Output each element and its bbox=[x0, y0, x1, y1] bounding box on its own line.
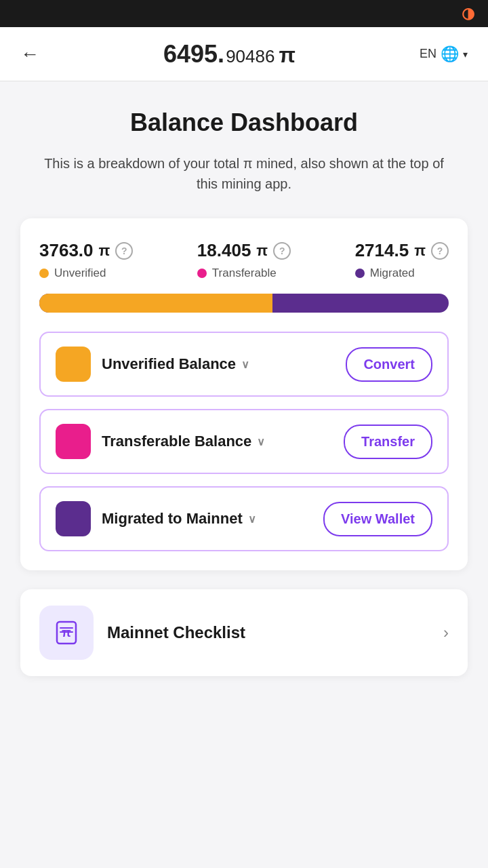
unverified-balance-section: Unverified Balance ∨ Convert bbox=[39, 332, 449, 397]
stat-unverified-info[interactable]: ? bbox=[115, 242, 133, 260]
stat-unverified-pi: π bbox=[99, 242, 110, 260]
stat-migrated-amount: 2714.5 bbox=[355, 240, 409, 261]
stat-unverified: 3763.0 π ? Unverified bbox=[39, 240, 133, 280]
language-selector[interactable]: EN 🌐 ▾ bbox=[420, 45, 468, 63]
transferable-balance-section: Transferable Balance ∨ Transfer bbox=[39, 409, 449, 474]
stat-migrated-label: Migrated bbox=[370, 267, 415, 280]
migrated-chevron-icon: ∨ bbox=[248, 513, 256, 526]
mainnet-checklist-card[interactable]: π Mainnet Checklist › bbox=[20, 589, 468, 676]
dot-unverified bbox=[39, 269, 49, 278]
stat-migrated-info[interactable]: ? bbox=[431, 242, 449, 260]
progress-unverified-fill bbox=[39, 294, 272, 313]
stat-transferable-pi: π bbox=[256, 242, 268, 260]
balance-decimal: 90486 bbox=[226, 46, 274, 67]
pi-symbol-header: π bbox=[279, 43, 296, 68]
checklist-label: Mainnet Checklist bbox=[107, 623, 430, 642]
dot-transferable bbox=[197, 269, 207, 278]
stat-transferable: 18.405 π ? Transferable bbox=[197, 240, 291, 280]
progress-bar bbox=[39, 294, 449, 313]
unverified-chevron-icon: ∨ bbox=[241, 358, 249, 371]
view-wallet-button[interactable]: View Wallet bbox=[323, 502, 432, 536]
migrated-balance-section: Migrated to Mainnet ∨ View Wallet bbox=[39, 486, 449, 551]
migrated-section-left: Migrated to Mainnet ∨ bbox=[56, 501, 256, 536]
dot-migrated bbox=[355, 269, 365, 278]
lang-chevron-icon: ▾ bbox=[463, 49, 468, 60]
stat-unverified-label: Unverified bbox=[54, 267, 106, 280]
header-balance: 6495.90486 π bbox=[163, 40, 296, 68]
balance-stats-row: 3763.0 π ? Unverified 18.405 π ? bbox=[39, 240, 449, 280]
transferable-section-icon bbox=[56, 424, 91, 459]
stat-migrated: 2714.5 π ? Migrated bbox=[355, 240, 449, 280]
main-content: Balance Dashboard This is a breakdown of… bbox=[0, 81, 488, 696]
unverified-section-left: Unverified Balance ∨ bbox=[56, 347, 249, 382]
transfer-button[interactable]: Transfer bbox=[344, 425, 432, 459]
dashboard-card: 3763.0 π ? Unverified 18.405 π ? bbox=[20, 218, 468, 570]
checklist-icon-wrap: π bbox=[39, 606, 94, 660]
stat-transferable-info[interactable]: ? bbox=[273, 242, 291, 260]
convert-button[interactable]: Convert bbox=[346, 347, 432, 382]
checklist-chevron-icon: › bbox=[443, 623, 449, 642]
status-icon: ◑ bbox=[462, 5, 474, 22]
stat-unverified-amount: 3763.0 bbox=[39, 240, 94, 261]
back-button[interactable]: ← bbox=[20, 43, 39, 65]
stat-transferable-amount: 18.405 bbox=[197, 240, 251, 261]
transferable-section-title: Transferable Balance ∨ bbox=[102, 433, 265, 450]
migrated-section-icon bbox=[56, 501, 91, 536]
unverified-section-icon bbox=[56, 347, 91, 382]
migrated-section-title: Migrated to Mainnet ∨ bbox=[102, 510, 256, 528]
lang-code: EN bbox=[420, 47, 436, 61]
stat-migrated-pi: π bbox=[414, 242, 426, 260]
globe-icon: 🌐 bbox=[441, 45, 459, 63]
checklist-icon: π bbox=[52, 618, 81, 648]
transferable-section-left: Transferable Balance ∨ bbox=[56, 424, 265, 459]
stat-migrated-label-row: Migrated bbox=[355, 267, 415, 280]
status-bar: ◑ bbox=[0, 0, 488, 27]
page-description: This is a breakdown of your total π mine… bbox=[20, 153, 468, 194]
header: ← 6495.90486 π EN 🌐 ▾ bbox=[0, 27, 488, 81]
stat-unverified-label-row: Unverified bbox=[39, 267, 106, 280]
transferable-chevron-icon: ∨ bbox=[257, 435, 265, 448]
unverified-section-title: Unverified Balance ∨ bbox=[102, 355, 249, 373]
stat-migrated-amount-row: 2714.5 π ? bbox=[355, 240, 449, 261]
balance-whole: 6495. bbox=[163, 40, 224, 68]
page-title: Balance Dashboard bbox=[20, 108, 468, 137]
stat-unverified-amount-row: 3763.0 π ? bbox=[39, 240, 133, 261]
stat-transferable-label: Transferable bbox=[212, 267, 277, 280]
stat-transferable-label-row: Transferable bbox=[197, 267, 277, 280]
stat-transferable-amount-row: 18.405 π ? bbox=[197, 240, 291, 261]
